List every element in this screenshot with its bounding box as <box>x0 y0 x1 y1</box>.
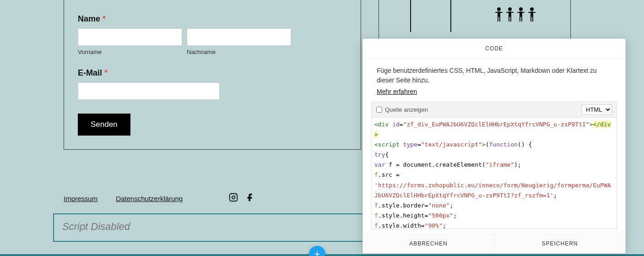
svg-rect-9 <box>510 17 511 22</box>
instagram-icon[interactable] <box>228 192 238 204</box>
required-mark: * <box>104 68 108 77</box>
svg-rect-7 <box>509 11 511 17</box>
svg-rect-20 <box>530 17 531 22</box>
people-icon <box>493 7 539 26</box>
svg-rect-10 <box>506 12 509 13</box>
svg-rect-16 <box>517 12 520 13</box>
save-button[interactable]: SPEICHERN <box>494 234 625 253</box>
svg-rect-5 <box>500 12 503 13</box>
email-label: E-Mail * <box>78 68 347 78</box>
svg-rect-3 <box>499 17 500 22</box>
lastname-sublabel: Nachname <box>187 49 291 55</box>
language-select[interactable]: HTML <box>582 104 612 115</box>
code-panel: CODE Füge benutzerdefiniertes CSS, HTML,… <box>363 38 626 254</box>
svg-rect-21 <box>532 17 533 22</box>
impressum-link[interactable]: Impressum <box>64 195 97 202</box>
add-block-button[interactable]: + <box>309 246 325 256</box>
svg-rect-19 <box>530 11 533 17</box>
svg-rect-1 <box>498 11 500 17</box>
code-toolbar: Quelle anzeigen HTML <box>371 102 617 117</box>
lastname-input[interactable] <box>187 28 291 46</box>
code-panel-title: CODE <box>363 39 625 59</box>
contact-form: Name * Vorname Nachname E-Mail * Senden <box>64 0 361 150</box>
svg-point-18 <box>530 7 534 11</box>
svg-rect-4 <box>495 12 498 13</box>
cancel-button[interactable]: ABBRECHEN <box>363 234 494 253</box>
privacy-link[interactable]: Datenschutzerklärung <box>116 195 183 202</box>
show-source-label: Quelle anzeigen <box>385 106 428 113</box>
send-button[interactable]: Senden <box>78 114 130 136</box>
svg-rect-22 <box>528 12 530 13</box>
svg-rect-15 <box>521 17 522 22</box>
firstname-input[interactable] <box>78 28 182 46</box>
svg-rect-14 <box>520 17 520 22</box>
name-label: Name * <box>78 14 347 24</box>
svg-rect-23 <box>533 12 536 13</box>
svg-rect-2 <box>498 17 498 22</box>
door-icon <box>410 0 451 32</box>
code-panel-description: Füge benutzerdefiniertes CSS, HTML, Java… <box>363 59 625 88</box>
svg-rect-13 <box>520 11 522 17</box>
learn-more-link[interactable]: Mehr erfahren <box>377 88 417 95</box>
svg-point-0 <box>497 7 501 11</box>
svg-rect-17 <box>522 12 525 13</box>
svg-rect-8 <box>509 17 509 22</box>
svg-point-12 <box>519 7 523 11</box>
facebook-icon[interactable] <box>245 192 255 204</box>
required-mark: * <box>103 14 106 23</box>
svg-point-6 <box>508 7 512 11</box>
svg-rect-11 <box>511 12 514 13</box>
show-source-checkbox[interactable]: Quelle anzeigen <box>376 106 428 113</box>
footer-links: Impressum Datenschutzerklärung <box>64 192 255 204</box>
firstname-sublabel: Vorname <box>78 49 182 55</box>
email-input[interactable] <box>78 82 220 100</box>
show-source-input[interactable] <box>376 107 382 113</box>
code-editor[interactable]: <div id="zf_div_EuPWAJbU6VZQclElHHbrEpXt… <box>371 117 617 229</box>
